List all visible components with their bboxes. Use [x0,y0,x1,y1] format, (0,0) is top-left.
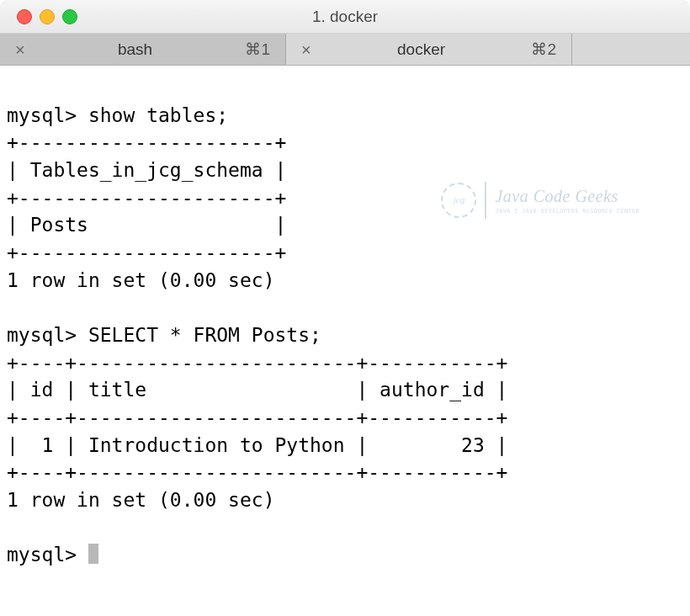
terminal-line: mysql> show tables; [7,104,228,126]
terminal-line: +----+------------------------+---------… [7,461,507,483]
watermark-title: Java Code Geeks [495,184,640,208]
terminal-output[interactable]: mysql> show tables; +-------------------… [0,66,690,604]
close-window-button[interactable] [17,9,32,24]
tab-spacer [572,34,690,65]
terminal-line: 1 row in set (0.00 sec) [7,269,275,291]
terminal-line: | id | title | author_id | [7,379,507,401]
watermark-subtitle: JAVA 2 JAVA DEVELOPERS RESOURCE CENTER [495,208,640,216]
minimize-window-button[interactable] [40,9,55,24]
terminal-line: 1 row in set (0.00 sec) [7,489,275,511]
divider [485,182,486,219]
tabbar: × bash ⌘1 × docker ⌘2 [0,34,690,66]
tab-shortcut: ⌘2 [531,40,556,59]
close-icon[interactable]: × [301,41,311,58]
tab-label: docker [311,40,532,59]
tab-docker[interactable]: × docker ⌘2 [286,34,572,65]
watermark-text: Java Code Geeks JAVA 2 JAVA DEVELOPERS R… [495,184,640,216]
terminal-line: | Tables_in_jcg_schema | [7,159,286,181]
traffic-lights [17,9,77,24]
close-icon[interactable]: × [15,41,25,58]
terminal-line: +----------------------+ [7,187,286,209]
terminal-line: | Posts | [7,214,286,236]
window-title: 1. docker [312,8,378,26]
tab-shortcut: ⌘1 [245,40,270,59]
terminal-line: +----------------------+ [7,242,286,263]
maximize-window-button[interactable] [62,9,77,24]
watermark-logo-icon: jcg [441,183,476,218]
titlebar: 1. docker [0,0,690,34]
terminal-line: +----------------------+ [7,131,286,153]
watermark: jcg Java Code Geeks JAVA 2 JAVA DEVELOPE… [441,182,640,219]
terminal-prompt-line: mysql> [7,544,88,566]
tab-label: bash [25,40,246,59]
terminal-line: +----+------------------------+---------… [7,406,507,428]
terminal-line: | 1 | Introduction to Python | 23 | [7,434,507,456]
cursor-icon [88,544,98,564]
terminal-line: mysql> SELECT * FROM Posts; [7,324,321,346]
tab-bash[interactable]: × bash ⌘1 [0,34,286,65]
terminal-line: +----+------------------------+---------… [7,352,507,374]
